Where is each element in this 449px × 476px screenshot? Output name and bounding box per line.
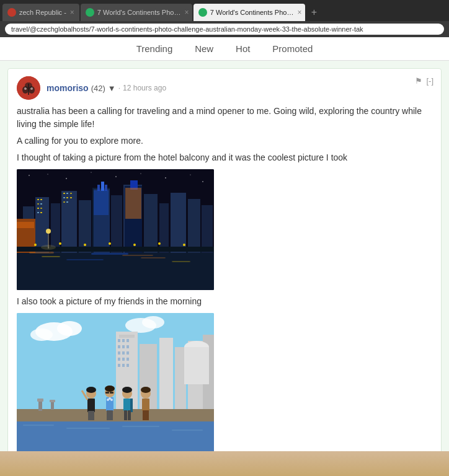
svg-point-64 [158,242,161,245]
svg-rect-43 [63,197,65,198]
svg-rect-95 [122,358,125,361]
svg-rect-115 [51,401,54,410]
tab-1-close[interactable]: × [70,8,74,17]
svg-rect-107 [17,409,214,421]
svg-rect-114 [37,399,43,402]
tab-3[interactable]: 7 World's Continents Pho… × [193,4,305,21]
svg-point-79 [30,328,53,341]
svg-point-11 [66,178,67,179]
svg-point-10 [47,174,48,174]
svg-point-118 [86,387,96,393]
svg-rect-46 [63,201,65,203]
svg-rect-85 [118,339,120,342]
address-bar-row: travel/@czechglobalhosts/7-world-s-conti… [0,21,449,37]
svg-point-12 [91,172,91,172]
svg-rect-126 [110,392,113,394]
svg-point-74 [46,229,51,234]
svg-rect-137 [124,410,127,420]
post-image-day [17,313,214,456]
svg-rect-28 [159,203,169,253]
svg-rect-22 [61,191,77,253]
svg-rect-122 [91,411,94,420]
svg-point-13 [115,176,117,177]
svg-point-16 [190,174,190,175]
new-tab-button[interactable]: + [306,4,322,21]
post-username[interactable]: momoriso [47,83,89,93]
svg-rect-141 [142,399,149,411]
svg-rect-70 [66,259,104,260]
svg-rect-68 [122,255,153,256]
svg-rect-45 [70,197,72,198]
svg-point-65 [183,244,185,246]
tab-2[interactable]: 7 World's Continents Pho… × [81,4,192,21]
svg-rect-101 [159,338,173,418]
tab-1-label: zech Republic - [19,9,66,16]
svg-point-17 [202,181,203,182]
post-actions-top: ⚑ [-] [415,76,433,86]
bottom-bar [0,451,449,476]
post-image-night [17,169,214,290]
svg-point-75 [41,245,56,250]
nav-hot[interactable]: Hot [236,43,250,54]
post-timestamp: 12 hours ago [123,84,166,92]
svg-rect-98 [122,364,125,367]
svg-rect-106 [184,347,209,384]
tab-3-close[interactable]: × [297,8,301,17]
nav-promoted[interactable]: Promoted [272,43,313,54]
svg-rect-32 [37,199,39,200]
post-card: momoriso (42) ▼ · 12 hours ago ⚑ [-] aus… [7,68,442,476]
svg-rect-25 [111,195,122,253]
svg-rect-96 [127,358,129,361]
svg-rect-35 [40,203,42,205]
svg-rect-92 [122,351,125,355]
tab-2-close[interactable]: × [184,8,189,17]
post-meta: momoriso (42) ▼ · 12 hours ago [47,83,166,93]
svg-point-62 [109,242,111,245]
svg-rect-94 [118,358,120,361]
svg-rect-97 [118,364,120,367]
svg-rect-49 [97,185,100,191]
browser-chrome: zech Republic - × 7 World's Continents P… [0,0,449,37]
svg-rect-67 [91,253,128,255]
svg-rect-143 [146,410,149,420]
svg-rect-93 [127,351,129,355]
svg-rect-84 [119,335,135,338]
svg-rect-87 [127,339,129,342]
post-text-1: australia has been a calling for traveli… [17,105,432,131]
svg-rect-121 [88,411,91,420]
nav-trending[interactable]: Trending [136,43,173,54]
post-body: australia has been a calling for traveli… [17,105,432,456]
flag-icon[interactable]: ⚑ [415,76,422,86]
tab-2-label: 7 World's Continents Pho… [97,9,181,16]
address-bar[interactable]: travel/@czechglobalhosts/7-world-s-conti… [5,24,444,35]
post-dropdown-icon[interactable]: ▼ [108,84,116,93]
svg-point-140 [141,387,151,393]
svg-point-130 [110,399,113,401]
svg-rect-131 [107,410,110,420]
svg-rect-111 [122,426,159,427]
minimize-icon[interactable]: [-] [426,76,433,86]
svg-rect-71 [141,257,166,258]
svg-rect-20 [35,197,49,253]
svg-rect-51 [105,185,107,191]
svg-rect-136 [130,399,133,412]
svg-rect-41 [66,193,68,194]
svg-point-14 [140,173,141,174]
tab-2-favicon [86,8,94,17]
main-content: momoriso (42) ▼ · 12 hours ago ⚑ [-] aus… [0,61,449,476]
nav-new[interactable]: New [195,43,213,54]
site-nav: Trending New Hot Promoted [0,37,449,61]
svg-rect-33 [40,199,42,200]
post-header: momoriso (42) ▼ · 12 hours ago ⚑ [-] [17,76,432,100]
tab-1[interactable]: zech Republic - × [2,4,79,21]
svg-point-78 [57,321,82,336]
svg-rect-30 [188,199,200,253]
post-reputation: (42) [91,84,105,93]
avatar-icon [17,76,40,100]
post-text-3: I thought of taking a picture from the h… [17,151,432,164]
city-night-svg [17,169,214,290]
svg-rect-99 [127,364,129,367]
svg-point-60 [59,242,61,245]
tab-1-favicon [7,8,16,17]
svg-rect-138 [128,410,131,420]
